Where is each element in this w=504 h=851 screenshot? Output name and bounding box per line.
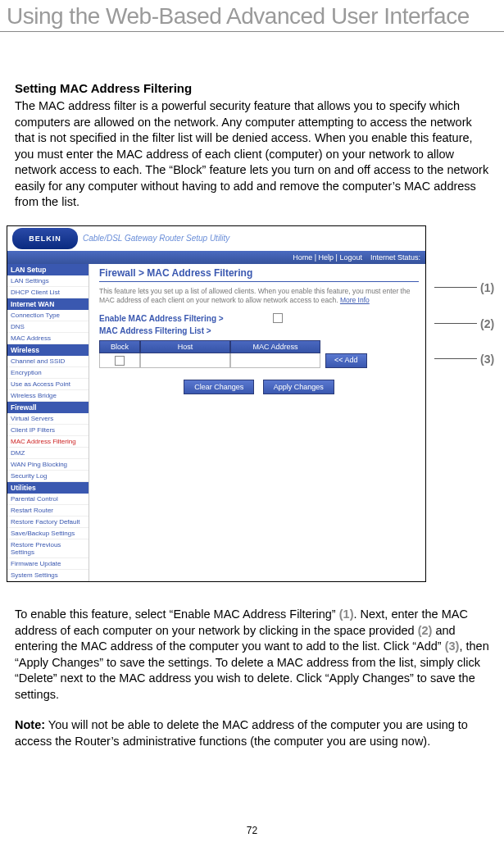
instructions-paragraph: To enable this feature, select “Enable M…	[15, 607, 489, 703]
mac-cell[interactable]	[230, 353, 320, 368]
apply-changes-button[interactable]: Apply Changes	[263, 380, 334, 394]
breadcrumb: Firewall > MAC Address Filtering	[99, 267, 419, 282]
sidebar-group-head: LAN Setup	[7, 264, 89, 275]
sidebar-item[interactable]: DNS	[7, 321, 89, 333]
sidebar-group-head: Wireless	[7, 344, 89, 356]
sidebar-item[interactable]: Security Log	[7, 471, 89, 482]
sidebar-item[interactable]: Save/Backup Settings	[7, 528, 89, 539]
sidebar-item[interactable]: Restart Router	[7, 505, 89, 517]
sidebar-item[interactable]: Use as Access Point	[7, 379, 89, 390]
intro-paragraph: The MAC address filter is a powerful sec…	[15, 98, 489, 211]
sidebar-item[interactable]: MAC Address	[7, 333, 89, 344]
sidebar-item[interactable]: Restore Previous Settings	[7, 539, 89, 558]
filter-list-label: MAC Address Filtering List >	[99, 326, 211, 335]
block-checkbox[interactable]	[115, 356, 125, 366]
col-mac: MAC Address	[230, 340, 320, 353]
sidebar-item[interactable]: WAN Ping Blocking	[7, 459, 89, 471]
feature-description: This feature lets you set up a list of a…	[99, 287, 419, 305]
topbar-links[interactable]: Home | Help | Logout	[293, 253, 362, 262]
mac-table: Block Host MAC Address << Add	[99, 340, 419, 368]
sidebar-item[interactable]: DMZ	[7, 448, 89, 459]
callout-3: (3)	[480, 353, 494, 366]
host-cell[interactable]	[140, 353, 230, 368]
sidebar-item[interactable]: Restore Factory Default	[7, 517, 89, 528]
sidebar-group-head: Utilities	[7, 482, 89, 494]
sidebar-group-head: Firewall	[7, 402, 89, 413]
sidebar-item[interactable]: Encryption	[7, 367, 89, 379]
callout-2: (2)	[480, 317, 494, 330]
enable-filter-checkbox[interactable]	[273, 313, 283, 323]
sidebar-nav: LAN SetupLAN SettingsDHCP Client ListInt…	[7, 264, 89, 581]
more-info-link[interactable]: More Info	[340, 296, 370, 304]
callout-1: (1)	[480, 281, 494, 294]
sidebar-item[interactable]: Wireless Bridge	[7, 390, 89, 402]
router-ui-screenshot: BELKIN Cable/DSL Gateway Router Setup Ut…	[7, 225, 426, 582]
sidebar-group-head: Internet WAN	[7, 298, 89, 310]
clear-changes-button[interactable]: Clear Changes	[184, 380, 254, 394]
note-paragraph: Note: You will not be able to delete the…	[15, 717, 489, 749]
sidebar-item[interactable]: MAC Address Filtering	[7, 436, 89, 448]
sidebar-item[interactable]: Client IP Filters	[7, 425, 89, 436]
col-host: Host	[140, 340, 230, 353]
internet-status-label: Internet Status:	[370, 253, 420, 262]
section-heading: Setting MAC Address Filtering	[15, 81, 489, 95]
sidebar-item[interactable]: DHCP Client List	[7, 287, 89, 298]
sidebar-item[interactable]: Firmware Update	[7, 558, 89, 570]
belkin-logo: BELKIN	[12, 228, 78, 249]
utility-title: Cable/DSL Gateway Router Setup Utility	[83, 234, 229, 243]
col-block: Block	[99, 340, 140, 353]
sidebar-item[interactable]: Channel and SSID	[7, 356, 89, 367]
sidebar-item[interactable]: System Settings	[7, 570, 89, 581]
sidebar-item[interactable]: Connection Type	[7, 310, 89, 321]
page-title: Using the Web-Based Advanced User Interf…	[0, 0, 504, 32]
page-number: 72	[0, 825, 504, 836]
sidebar-item[interactable]: LAN Settings	[7, 275, 89, 287]
top-nav-bar: Home | Help | Logout Internet Status:	[7, 251, 425, 264]
enable-filter-label: Enable MAC Address Filtering >	[99, 314, 224, 323]
sidebar-item[interactable]: Parental Control	[7, 494, 89, 505]
sidebar-item[interactable]: Virtual Servers	[7, 413, 89, 425]
add-button[interactable]: << Add	[325, 353, 367, 368]
